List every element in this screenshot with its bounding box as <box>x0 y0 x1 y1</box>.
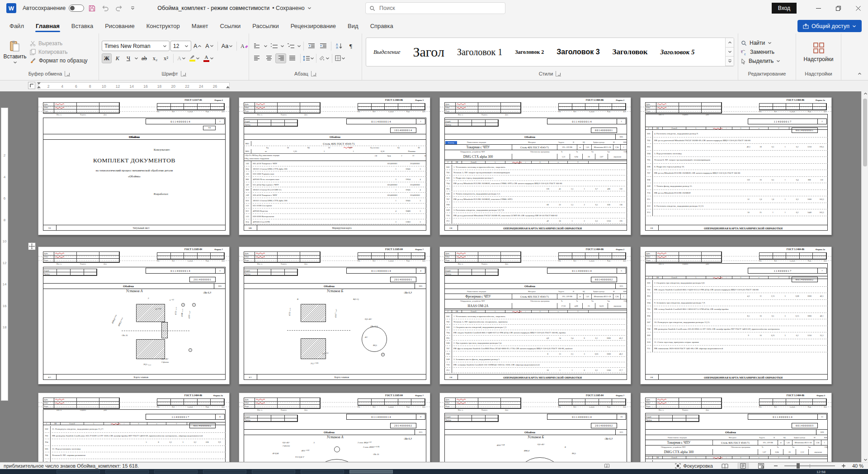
scroll-up-arrow[interactable] <box>863 92 868 95</box>
document-page-5-sketch[interactable]: ГОСТ 3.1105-84Форма 7Дубл.Взам.Подп.Инв.… <box>38 246 230 384</box>
strikethrough-button[interactable]: ab <box>139 53 149 63</box>
clipboard-dialog-launcher[interactable] <box>65 71 70 76</box>
autosave-toggle[interactable] <box>69 5 84 12</box>
document-page-12-op[interactable]: ГОСТ 3.1404-86Форма 3Дубл.Взам.Подп.Инв.… <box>640 393 832 462</box>
style-zagolovok-2[interactable]: Заголовок 2 <box>515 49 544 56</box>
find-button[interactable]: Найти <box>741 40 780 46</box>
align-right-button[interactable] <box>275 53 286 63</box>
style-zagolovok-5[interactable]: Заголовок 5 <box>660 48 695 56</box>
paragraph-dialog-launcher[interactable] <box>311 71 316 76</box>
shrink-font-button[interactable]: А <box>204 41 215 51</box>
document-page-11-sketch[interactable]: ГОСТ 3.1105-84Форма 7Дубл.Взам.Подп.Инв.… <box>439 393 631 462</box>
styles-scroll-down[interactable] <box>726 47 734 57</box>
style-zagolovok-1[interactable]: Заголовок 1 <box>457 47 502 57</box>
underline-button[interactable]: Ч <box>123 53 133 63</box>
tab-ссылки[interactable]: Ссылки <box>214 19 247 33</box>
justify-button[interactable] <box>287 53 298 63</box>
italic-button[interactable]: К <box>113 53 123 63</box>
document-page-3-op[interactable]: ГОСТ 3.1404-86Форма 2Дубл.Взам.Подп.Инв.… <box>439 97 631 235</box>
focus-mode-button[interactable]: Фокусировка <box>675 463 713 469</box>
styles-more[interactable] <box>726 57 734 66</box>
tab-selector[interactable] <box>28 82 35 89</box>
read-mode-button[interactable] <box>719 463 731 469</box>
share-button[interactable]: Общий доступ <box>797 20 862 32</box>
font-size-select[interactable]: 12 <box>170 41 191 51</box>
underline-menu[interactable] <box>134 57 138 60</box>
tab-главная[interactable]: Главная <box>30 19 66 33</box>
document-page-4-opc[interactable]: ГОСТ 3.1404-86Форма 2аДубл.Взам.Подп.Инв… <box>640 97 832 235</box>
restore-button[interactable] <box>828 0 848 16</box>
tab-вид[interactable]: Вид <box>342 19 364 33</box>
show-marks-button[interactable]: ¶ <box>345 41 356 51</box>
document-canvas[interactable]: 24681012141618 ГОСТ 3.1117-81Форма 2Дубл… <box>0 91 868 462</box>
zoom-level[interactable]: 40 % <box>852 463 863 469</box>
hanging-indent-marker[interactable] <box>37 86 41 88</box>
tab-конструктор[interactable]: Конструктор <box>141 19 186 33</box>
highlight-button[interactable] <box>188 53 201 63</box>
zoom-in-button[interactable] <box>841 464 846 468</box>
zoom-slider[interactable] <box>784 465 835 466</box>
vertical-scrollbar[interactable] <box>861 91 868 462</box>
zoom-out-button[interactable] <box>774 464 778 468</box>
decrease-indent-button[interactable] <box>306 41 317 51</box>
document-page-1-title[interactable]: ГОСТ 3.1117-81Форма 2Дубл.Взам.Подп.Инв.… <box>38 97 230 235</box>
word-app-icon[interactable]: W <box>6 3 16 13</box>
font-dialog-launcher[interactable] <box>181 71 186 76</box>
style-zagolovok-3[interactable]: Заголовок 3 <box>557 48 599 56</box>
borders-button[interactable] <box>335 53 345 63</box>
tab-справка[interactable]: Справка <box>364 19 399 33</box>
taskbar-item[interactable] <box>105 470 149 474</box>
replace-button[interactable]: bcЗаменить <box>741 49 780 55</box>
object-move-handle[interactable] <box>28 242 36 250</box>
document-page-8-opc[interactable]: ГОСТ 3.1404-86Форма 2аДубл.Взам.Подп.Инв… <box>640 246 832 384</box>
font-color-button[interactable]: А <box>202 53 215 63</box>
tab-файл[interactable]: Файл <box>4 19 30 33</box>
document-page-10-sketch[interactable]: ГОСТ 3.1105-84Форма 7Дубл.Взам.Подп.Инв.… <box>239 393 430 462</box>
font-family-select[interactable]: Times New Roman <box>102 41 170 51</box>
zoom-slider-thumb[interactable] <box>797 463 800 469</box>
close-button[interactable] <box>848 0 868 16</box>
document-page-9-opc[interactable]: ГОСТ 3.1404-86Форма 2аДубл.Взам.Подп.Инв… <box>38 393 230 462</box>
change-case-button[interactable]: Аа <box>220 41 234 51</box>
bullets-button[interactable] <box>252 41 263 51</box>
document-page-7-op[interactable]: ГОСТ 3.1404-86Форма 2Дубл.Взам.Подп.Инв.… <box>439 246 631 384</box>
taskbar-item[interactable] <box>349 470 393 474</box>
undo-button[interactable] <box>99 2 111 14</box>
scroll-down-arrow[interactable] <box>863 459 868 461</box>
multilevel-list-button[interactable] <box>285 41 296 51</box>
tab-вставка[interactable]: Вставка <box>66 19 99 33</box>
format-painter-button[interactable]: Формат по образцу <box>30 57 88 64</box>
style-zagolovok[interactable]: Загол <box>413 44 444 60</box>
select-button[interactable]: Выделить <box>741 58 780 64</box>
copy-button[interactable]: Копировать <box>30 49 88 55</box>
print-layout-button[interactable] <box>737 463 749 469</box>
redo-button[interactable] <box>113 2 125 14</box>
customize-qat-button[interactable] <box>127 2 138 14</box>
align-center-button[interactable] <box>264 53 274 63</box>
styles-dialog-launcher[interactable] <box>556 71 561 76</box>
style-vydelenie[interactable]: Выделение <box>373 48 400 56</box>
proofing-status-icon[interactable] <box>604 464 610 468</box>
taskbar-item[interactable] <box>57 470 100 474</box>
tab-рисование[interactable]: Рисование <box>99 19 140 33</box>
align-left-button[interactable] <box>252 53 263 63</box>
tab-рассылки[interactable]: Рассылки <box>246 19 284 33</box>
grow-font-button[interactable]: А <box>192 41 203 51</box>
save-button[interactable] <box>86 2 98 14</box>
clear-formatting-button[interactable]: А <box>239 41 250 51</box>
minimize-button[interactable] <box>808 0 828 16</box>
style-zagolovok-4[interactable]: Заголовок <box>613 47 648 57</box>
sign-in-button[interactable]: Вход <box>772 3 797 14</box>
document-page-6-sketch[interactable]: ГОСТ 3.1105-84Форма 7Дубл.Взам.Подп.Инв.… <box>239 246 430 384</box>
line-spacing-button[interactable] <box>303 53 314 63</box>
tab-макет[interactable]: Макет <box>186 19 214 33</box>
char-count-status[interactable]: приблизительное число знаков Обойма_комп… <box>4 463 139 469</box>
collapse-ribbon-button[interactable] <box>855 70 863 77</box>
bold-button[interactable]: Ж <box>102 53 112 63</box>
first-line-indent-marker[interactable] <box>37 82 41 85</box>
document-page-2-route[interactable]: ГОСТ 3.1404-86Форма 3Дубл.Взам.Подп.Инв.… <box>239 97 430 235</box>
text-effects-button[interactable]: А <box>176 53 187 63</box>
numbering-button[interactable] <box>269 41 279 51</box>
shading-button[interactable] <box>319 53 330 63</box>
increase-indent-button[interactable] <box>318 41 329 51</box>
